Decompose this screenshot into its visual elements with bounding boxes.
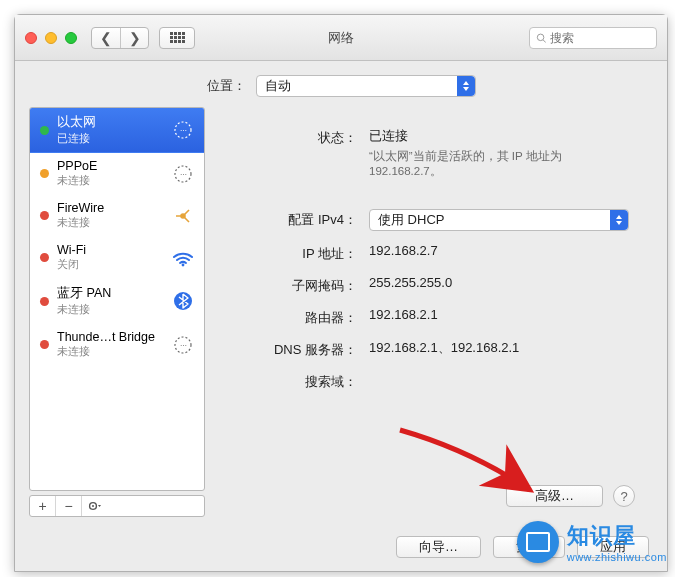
status-description: “以太网”当前是活跃的，其 IP 地址为 192.168.2.7。 — [369, 149, 609, 179]
ethernet-icon: ⋯ — [170, 119, 196, 141]
sidebar-item-ethernet[interactable]: 以太网 已连接 ⋯ — [30, 108, 204, 153]
help-button[interactable]: ? — [613, 485, 635, 507]
location-value: 自动 — [265, 77, 291, 95]
svg-point-10 — [182, 263, 185, 266]
grid-icon — [170, 32, 185, 43]
interface-list: 以太网 已连接 ⋯ PPPoE 未连接 ⋯ — [29, 107, 205, 491]
search-icon — [536, 32, 546, 44]
sidebar-footer: + − — [29, 495, 205, 517]
status-value: 已连接 — [369, 127, 635, 145]
location-label: 位置： — [207, 77, 246, 95]
ethernet-icon: ⋯ — [170, 163, 196, 185]
toolbar: ❮ ❯ 网络 — [15, 15, 667, 61]
svg-point-15 — [92, 505, 94, 507]
back-button[interactable]: ❮ — [92, 28, 120, 48]
svg-text:⋯: ⋯ — [180, 171, 187, 178]
sidebar-item-label: 蓝牙 PAN — [57, 285, 162, 302]
sidebar-item-status: 未连接 — [57, 344, 162, 359]
interface-actions-button[interactable] — [82, 496, 108, 516]
network-preferences-window: ❮ ❯ 网络 位置： 自动 — [14, 14, 668, 572]
location-select[interactable]: 自动 — [256, 75, 476, 97]
forward-button[interactable]: ❯ — [120, 28, 148, 48]
add-interface-button[interactable]: + — [30, 496, 56, 516]
sidebar-item-thunderbolt-bridge[interactable]: Thunde…t Bridge 未连接 ⋯ — [30, 324, 204, 366]
status-dot — [40, 169, 49, 178]
window-controls — [25, 32, 77, 44]
dns-value[interactable]: 192.168.2.1、192.168.2.1 — [369, 339, 635, 357]
status-label: 状态： — [239, 127, 369, 147]
sidebar-item-label: 以太网 — [57, 114, 162, 131]
sidebar-item-status: 未连接 — [57, 215, 162, 230]
sidebar-item-bluetooth[interactable]: 蓝牙 PAN 未连接 — [30, 279, 204, 324]
watermark-logo-icon — [517, 521, 559, 563]
dns-row: DNS 服务器： 192.168.2.1、192.168.2.1 — [239, 339, 635, 359]
assist-button[interactable]: 向导… — [396, 536, 481, 558]
config-label: 配置 IPv4： — [239, 209, 369, 229]
firewire-icon — [170, 205, 196, 227]
search-input[interactable] — [550, 31, 650, 45]
search-field[interactable] — [529, 27, 657, 49]
watermark: 知识屋 www.zhishiwu.com — [517, 521, 667, 563]
status-dot — [40, 253, 49, 262]
svg-line-7 — [183, 210, 189, 216]
advanced-row: 高级… ? — [506, 485, 635, 507]
searchdomain-row: 搜索域： — [239, 371, 635, 391]
watermark-url: www.zhishiwu.com — [567, 551, 667, 563]
sidebar-item-status: 关闭 — [57, 257, 162, 272]
status-dot — [40, 211, 49, 220]
sidebar-item-status: 未连接 — [57, 302, 162, 317]
status-dot — [40, 297, 49, 306]
show-all-button[interactable] — [159, 27, 195, 49]
detail-panel: 状态： 已连接 “以太网”当前是活跃的，其 IP 地址为 192.168.2.7… — [221, 107, 653, 517]
sidebar-item-status: 未连接 — [57, 173, 162, 188]
svg-text:⋯: ⋯ — [180, 342, 187, 349]
sidebar-item-firewire[interactable]: FireWire 未连接 — [30, 195, 204, 237]
ip-label: IP 地址： — [239, 243, 369, 263]
svg-text:⋯: ⋯ — [180, 127, 187, 134]
select-stepper-icon — [610, 210, 628, 230]
gear-icon — [87, 500, 103, 512]
config-row: 配置 IPv4： 使用 DHCP — [239, 209, 635, 231]
status-row: 状态： 已连接 “以太网”当前是活跃的，其 IP 地址为 192.168.2.7… — [239, 127, 635, 179]
nav-back-forward: ❮ ❯ — [91, 27, 149, 49]
mask-row: 子网掩码： 255.255.255.0 — [239, 275, 635, 295]
remove-interface-button[interactable]: − — [56, 496, 82, 516]
close-window-button[interactable] — [25, 32, 37, 44]
sidebar-item-label: Thunde…t Bridge — [57, 330, 162, 344]
router-value: 192.168.2.1 — [369, 307, 635, 322]
sidebar-item-label: Wi-Fi — [57, 243, 162, 257]
sidebar-item-label: PPPoE — [57, 159, 162, 173]
location-row: 位置： 自动 — [15, 61, 667, 107]
svg-point-0 — [537, 34, 544, 41]
sidebar-item-status: 已连接 — [57, 131, 162, 146]
bluetooth-icon — [170, 290, 196, 312]
sidebar-item-label: FireWire — [57, 201, 162, 215]
advanced-button[interactable]: 高级… — [506, 485, 603, 507]
wifi-icon — [170, 247, 196, 269]
ip-row: IP 地址： 192.168.2.7 — [239, 243, 635, 263]
select-stepper-icon — [457, 76, 475, 96]
mask-label: 子网掩码： — [239, 275, 369, 295]
dns-label: DNS 服务器： — [239, 339, 369, 359]
content-area: 以太网 已连接 ⋯ PPPoE 未连接 ⋯ — [15, 107, 667, 523]
watermark-title: 知识屋 — [567, 521, 667, 551]
status-dot — [40, 126, 49, 135]
zoom-window-button[interactable] — [65, 32, 77, 44]
searchdomain-label: 搜索域： — [239, 371, 369, 391]
mask-value: 255.255.255.0 — [369, 275, 635, 290]
ethernet-icon: ⋯ — [170, 334, 196, 356]
status-dot — [40, 340, 49, 349]
sidebar: 以太网 已连接 ⋯ PPPoE 未连接 ⋯ — [29, 107, 205, 517]
sidebar-item-pppoe[interactable]: PPPoE 未连接 ⋯ — [30, 153, 204, 195]
minimize-window-button[interactable] — [45, 32, 57, 44]
config-value: 使用 DHCP — [378, 211, 444, 229]
router-row: 路由器： 192.168.2.1 — [239, 307, 635, 327]
ip-value: 192.168.2.7 — [369, 243, 635, 258]
sidebar-item-wifi[interactable]: Wi-Fi 关闭 — [30, 237, 204, 279]
configure-ipv4-select[interactable]: 使用 DHCP — [369, 209, 629, 231]
svg-line-8 — [183, 216, 189, 222]
svg-line-1 — [543, 39, 546, 42]
router-label: 路由器： — [239, 307, 369, 327]
